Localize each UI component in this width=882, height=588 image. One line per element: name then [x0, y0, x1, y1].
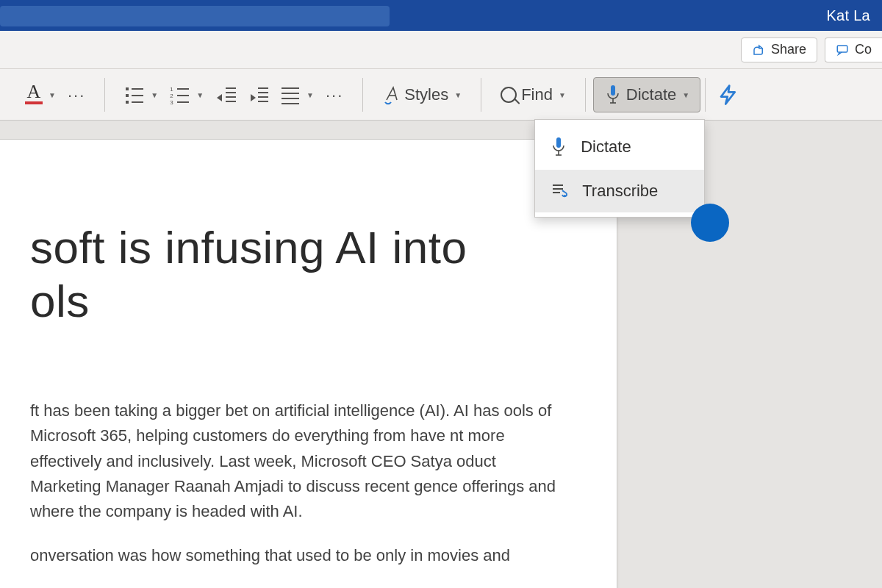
- paragraph-more-button[interactable]: ···: [320, 77, 349, 112]
- chevron-down-icon: [305, 90, 314, 100]
- dictate-dropdown: Dictate Transcribe: [534, 119, 705, 218]
- font-color-icon: A: [25, 85, 43, 105]
- styles-label: Styles: [404, 85, 448, 104]
- align-left-icon: [280, 85, 301, 105]
- dictate-menu-transcribe[interactable]: Transcribe: [535, 170, 704, 212]
- share-icon: [752, 43, 765, 57]
- ribbon-group-font: A ···: [6, 69, 104, 120]
- find-button[interactable]: Find: [495, 77, 572, 112]
- lightning-icon: [717, 82, 739, 107]
- action-row: Share Co: [0, 31, 882, 69]
- svg-rect-0: [837, 46, 847, 52]
- svg-rect-2: [556, 137, 561, 148]
- ribbon: A ··· 123 ···: [0, 69, 882, 121]
- titlebar: Kat La: [0, 0, 882, 31]
- ribbon-group-find: Find: [481, 69, 585, 120]
- bullet-list-button[interactable]: [118, 77, 164, 112]
- document-paragraph: ft has been taking a bigger bet on artif…: [30, 398, 564, 523]
- document-paragraph: onversation was how something that used …: [30, 543, 564, 568]
- comments-button[interactable]: Co: [825, 37, 882, 62]
- ellipsis-icon: ···: [68, 85, 85, 105]
- dictate-label: Dictate: [626, 85, 676, 104]
- share-button[interactable]: Share: [741, 37, 817, 62]
- find-label: Find: [521, 85, 553, 104]
- increase-indent-icon: [248, 85, 268, 105]
- font-color-button[interactable]: A: [19, 77, 62, 112]
- comments-label: Co: [855, 42, 872, 57]
- cursor-indicator: [691, 204, 729, 242]
- transcribe-icon: [550, 182, 569, 201]
- ribbon-group-editor: [706, 69, 751, 120]
- ellipsis-icon: ···: [326, 85, 343, 105]
- chevron-down-icon: [557, 90, 566, 100]
- decrease-indent-icon: [215, 85, 236, 105]
- numbered-list-icon: 123: [170, 85, 190, 105]
- dictate-menu-dictate[interactable]: Dictate: [535, 124, 704, 170]
- dictate-button[interactable]: Dictate: [593, 77, 700, 112]
- chevron-down-icon: [149, 90, 158, 100]
- increase-indent-button[interactable]: [242, 77, 274, 112]
- chevron-down-icon: [47, 90, 56, 100]
- svg-rect-1: [611, 85, 615, 96]
- menu-item-label: Transcribe: [582, 182, 658, 201]
- align-button[interactable]: [274, 77, 320, 112]
- comment-icon: [836, 43, 849, 57]
- editor-button[interactable]: [711, 77, 745, 112]
- search-icon: [501, 87, 517, 103]
- chevron-down-icon: [195, 90, 204, 100]
- font-more-button[interactable]: ···: [62, 77, 91, 112]
- menu-item-label: Dictate: [581, 137, 631, 157]
- document-page[interactable]: soft is infusing AI into ols ft has been…: [0, 139, 617, 588]
- decrease-indent-button[interactable]: [209, 77, 242, 112]
- chevron-down-icon: [453, 90, 462, 100]
- microphone-icon: [604, 84, 622, 106]
- document-title: soft is infusing AI into ols: [30, 220, 564, 328]
- document-canvas[interactable]: soft is infusing AI into ols ft has been…: [0, 121, 882, 588]
- ribbon-group-paragraph: 123 ···: [105, 69, 362, 120]
- bullet-list-icon: [124, 85, 145, 105]
- styles-icon: [382, 84, 400, 106]
- ribbon-group-styles: Styles: [363, 69, 481, 120]
- ribbon-group-dictate: Dictate Dictate Transcribe: [586, 69, 705, 120]
- styles-button[interactable]: Styles: [376, 77, 467, 112]
- share-label: Share: [771, 42, 806, 57]
- chevron-down-icon: [681, 90, 689, 100]
- numbered-list-button[interactable]: 123: [164, 77, 209, 112]
- title-search-area[interactable]: [0, 6, 390, 26]
- user-name-label[interactable]: Kat La: [826, 7, 870, 24]
- microphone-icon: [550, 136, 567, 158]
